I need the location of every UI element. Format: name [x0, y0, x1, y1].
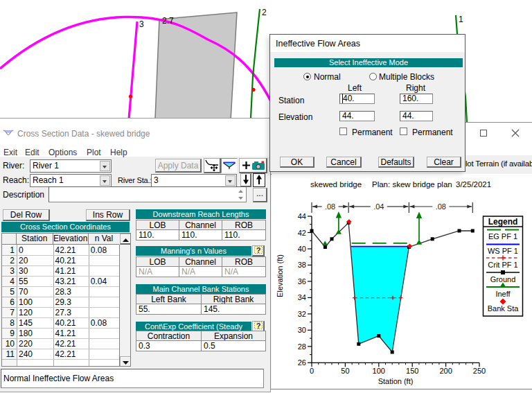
svg-text:50: 50 — [341, 367, 349, 375]
svg-text:.08: .08 — [325, 202, 335, 211]
svg-text:30: 30 — [298, 326, 306, 334]
svg-text:.04: .04 — [373, 202, 384, 211]
svg-text:3/25/2021: 3/25/2021 — [456, 180, 491, 189]
svg-text:3: 3 — [139, 19, 144, 29]
svg-text:2.7: 2.7 — [162, 16, 174, 26]
svg-text:40: 40 — [298, 245, 306, 253]
svg-text:Bank Sta: Bank Sta — [488, 304, 520, 313]
svg-text:Crit PF 1: Crit PF 1 — [488, 261, 517, 269]
svg-text:200: 200 — [439, 367, 452, 375]
svg-text:0: 0 — [310, 367, 314, 375]
svg-text:36: 36 — [298, 277, 306, 286]
svg-text:Station (ft): Station (ft) — [378, 377, 414, 385]
svg-text:Ineff: Ineff — [495, 290, 511, 298]
svg-text:26: 26 — [298, 358, 306, 367]
svg-text:250: 250 — [473, 367, 486, 375]
svg-text:.08: .08 — [436, 202, 446, 211]
svg-text:28: 28 — [298, 342, 306, 351]
svg-text:100: 100 — [373, 367, 385, 375]
svg-text:32: 32 — [298, 310, 306, 318]
svg-text:2: 2 — [262, 8, 267, 17]
svg-text:skewed bridge: skewed bridge — [310, 180, 362, 189]
svg-text:Ground: Ground — [490, 275, 516, 283]
svg-text:?: ? — [256, 246, 260, 254]
svg-text:34: 34 — [298, 293, 306, 302]
svg-text:Elevation (ft): Elevation (ft) — [276, 254, 284, 297]
svg-text:1: 1 — [459, 15, 463, 24]
svg-text:38: 38 — [298, 261, 306, 269]
svg-text:?: ? — [256, 322, 260, 330]
svg-text:150: 150 — [406, 367, 418, 375]
svg-text:Legend: Legend — [488, 217, 518, 227]
svg-text:WS PF 1: WS PF 1 — [488, 247, 518, 255]
svg-text:42: 42 — [298, 229, 306, 237]
svg-text:EG PF 1: EG PF 1 — [488, 232, 517, 241]
svg-text:44: 44 — [298, 212, 306, 220]
svg-text:Plan: skew bridge plan: Plan: skew bridge plan — [372, 180, 452, 189]
